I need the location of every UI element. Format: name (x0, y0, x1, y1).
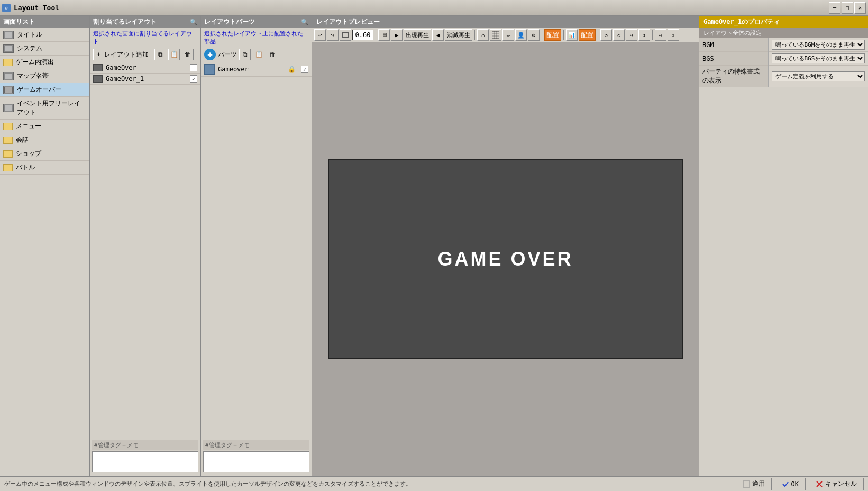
sidebar-item-shop[interactable]: ショップ (0, 147, 89, 161)
resize-button[interactable] (340, 29, 351, 41)
ok-button[interactable]: OK (775, 478, 806, 490)
props-dropdown-bgm[interactable]: 鳴っているBGMをそのまま再生する (772, 40, 865, 50)
separator-4 (563, 30, 564, 40)
layout-assign-header: 割り当てるレイアウト 🔍 (90, 16, 200, 28)
apply-button[interactable]: 適用 (736, 478, 772, 490)
title-bar: ⚙ Layout Tool ─ □ ✕ (0, 0, 868, 16)
minimize-button[interactable]: ─ (829, 2, 840, 14)
props-row-bgm: BGM 鳴っているBGMをそのまま再生する (699, 38, 868, 52)
layout-checkbox-gameover1[interactable] (190, 75, 197, 83)
add-layout-button[interactable]: + レイアウト追加 (93, 49, 152, 60)
status-buttons: 適用 OK キャンセル (736, 478, 864, 490)
sidebar-item-menu[interactable]: メニュー (0, 120, 89, 133)
svg-rect-5 (5, 74, 12, 79)
separator-2 (474, 30, 475, 40)
svg-line-12 (348, 31, 349, 32)
props-dropdown-party[interactable]: ゲーム定義を利用する (772, 71, 865, 81)
layout-parts-memo-header: #管理タグ＋メモ (203, 440, 309, 450)
game-over-icon (3, 86, 14, 94)
paste-layout-button[interactable]: 📋 (168, 49, 180, 60)
delete-part-button[interactable]: 🗑 (267, 49, 278, 60)
delete-layout-button[interactable]: 🗑 (182, 49, 194, 60)
sidebar-item-label-event: イベント用フリーレイアウト (17, 99, 86, 117)
svg-line-11 (342, 31, 343, 32)
rotate-right-button[interactable]: ↻ (613, 29, 625, 41)
parts-item-gameover[interactable]: Gameover 🔒 (201, 62, 312, 77)
parts-checkbox-gameover[interactable] (301, 66, 308, 73)
props-dropdown-bgs[interactable]: 鳴っているBGSをそのまま再生する (772, 53, 865, 63)
properties-table: BGM 鳴っているBGMをそのまま再生する BGS 鳴っているBGSをそのまま再… (699, 38, 868, 87)
layout-assign-search-icon[interactable]: 🔍 (190, 19, 197, 25)
h-align-button[interactable]: ⇔ (655, 29, 666, 41)
copy-part-button[interactable]: ⧉ (239, 49, 251, 60)
pen-button[interactable]: ✏ (502, 29, 514, 41)
home-button[interactable]: ⌂ (477, 29, 489, 41)
h-flip-button[interactable]: ↔ (626, 29, 637, 41)
separator-5 (598, 30, 598, 40)
layout-parts-panel: レイアウトパーツ 🔍 選択されたレイアウト上に配置された部品 + パーツ ⧉ 📋… (201, 16, 312, 476)
close-button[interactable]: ✕ (854, 2, 866, 14)
sidebar-item-map-name[interactable]: マップ名帯 (0, 69, 89, 83)
person-button[interactable]: 👤 (515, 29, 527, 41)
rewind-button[interactable]: ◀ (432, 29, 444, 41)
svg-rect-1 (5, 32, 12, 38)
properties-panel: GameOver_1のプロパティ レイアウト全体の設定 BGM 鳴っているBGM… (699, 16, 868, 476)
layout-parts-memo-input[interactable] (203, 451, 309, 472)
parts-lock-icon[interactable]: 🔒 (288, 66, 296, 73)
v-flip-button[interactable]: ↕ (638, 29, 650, 41)
layout-parts-search-icon[interactable]: 🔍 (301, 19, 308, 25)
folder-icon-menu (3, 123, 13, 130)
folder-icon-shop (3, 150, 13, 158)
sidebar-item-game-over[interactable]: ゲームオーバー (0, 83, 89, 97)
copy-layout-button[interactable]: ⧉ (154, 49, 166, 60)
sidebar-item-in-game-demo[interactable]: ゲーム内演出 (0, 56, 89, 69)
grid-button[interactable] (490, 29, 501, 41)
disappear-label-button[interactable]: 消滅再生 (445, 29, 472, 41)
sidebar-item-label-menu: メニュー (16, 122, 41, 131)
cancel-button[interactable]: キャンセル (809, 478, 864, 490)
preview-header: レイアウトプレビュー (312, 16, 699, 28)
paste-part-button[interactable]: 📋 (253, 49, 264, 60)
svg-rect-9 (5, 105, 12, 111)
layout-checkbox-gameover[interactable] (190, 64, 197, 71)
sidebar-item-label-gameover: ゲームオーバー (17, 85, 61, 94)
layout-item-gameover1[interactable]: GameOver_1 (90, 74, 200, 85)
sidebar-item-battle[interactable]: バトル (0, 161, 89, 175)
layout-icon-gameover1 (93, 75, 103, 83)
sidebar-item-title[interactable]: タイトル (0, 28, 89, 42)
app-icon: ⚙ (2, 4, 11, 12)
add-part-button[interactable]: + (204, 49, 216, 60)
align-button[interactable]: 配置 (544, 29, 561, 41)
rotate-left-button[interactable]: ↺ (600, 29, 612, 41)
monitor-icon-button[interactable]: 🖥 (378, 29, 390, 41)
title-icon (3, 31, 14, 39)
v-align-button[interactable]: ⇕ (668, 29, 679, 41)
undo-button[interactable]: ↩ (314, 29, 326, 41)
preview-title: レイアウトプレビュー (316, 17, 380, 26)
deploy-button[interactable]: 配置 (579, 29, 596, 41)
sidebar-item-system[interactable]: システム (0, 42, 89, 56)
layout-parts-subheader: 選択されたレイアウト上に配置された部品 (201, 28, 312, 47)
sidebar-item-label-battle: バトル (16, 163, 35, 172)
properties-section-title: レイアウト全体の設定 (699, 28, 868, 38)
main-content: 画面リスト タイトル システム ゲーム内演出 (0, 16, 868, 491)
play-appear-button[interactable]: ▶ (391, 29, 403, 41)
redo-button[interactable]: ↪ (327, 29, 339, 41)
layout-item-gameover[interactable]: GameOver (90, 62, 200, 74)
folder-icon-dialog (3, 137, 13, 144)
properties-title: GameOver_1のプロパティ (699, 16, 868, 28)
maximize-button[interactable]: □ (842, 2, 853, 14)
svg-line-13 (342, 38, 343, 39)
sidebar-item-event-free[interactable]: イベント用フリーレイアウト (0, 97, 89, 120)
chart-button[interactable]: 📊 (566, 29, 578, 41)
scale-input[interactable] (352, 30, 373, 40)
app-title: Layout Tool (14, 4, 829, 12)
separator-6 (652, 30, 653, 40)
layout-assign-memo-input[interactable] (92, 451, 198, 472)
target-button[interactable]: ⊕ (528, 29, 540, 41)
layout-assign-panel: 割り当てるレイアウト 🔍 選択された画面に割り当てるレイアウト + レイアウト追… (90, 16, 201, 476)
sidebar-item-dialog[interactable]: 会話 (0, 133, 89, 147)
system-icon (3, 44, 14, 53)
appear-label-button[interactable]: 出現再生 (404, 29, 431, 41)
separator-3 (542, 30, 542, 40)
